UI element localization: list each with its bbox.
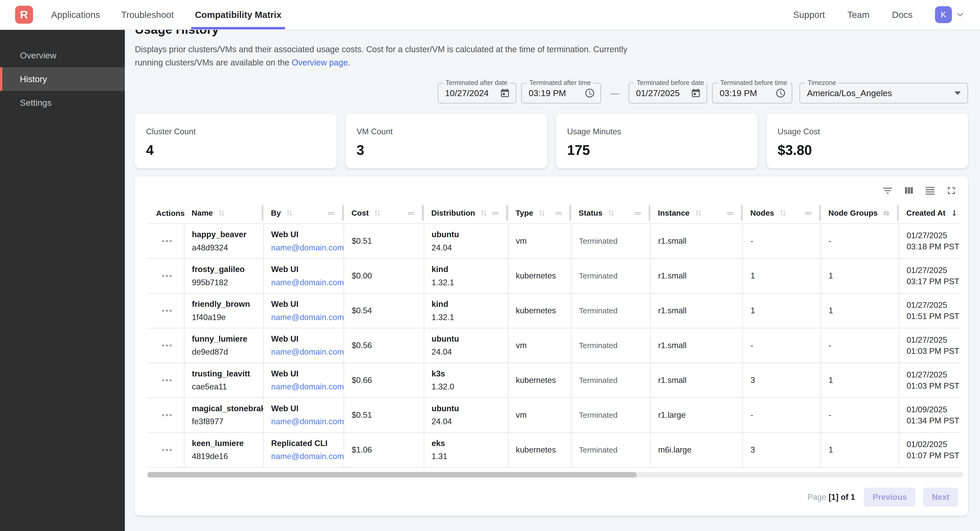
column-resize-divider[interactable]	[649, 205, 651, 221]
clock-icon[interactable]	[775, 88, 786, 98]
tab-compatibility-matrix[interactable]: Compatibility Matrix	[195, 0, 282, 29]
nav-link-docs[interactable]: Docs	[892, 10, 913, 20]
sort-icon[interactable]	[778, 208, 788, 218]
column-header-cost[interactable]: Cost	[344, 203, 424, 223]
sidebar-item-label: History	[20, 74, 47, 84]
nav-link-support[interactable]: Support	[793, 10, 825, 20]
previous-button[interactable]: Previous	[864, 488, 915, 507]
dropdown-arrow-icon[interactable]	[955, 92, 961, 95]
sort-icon[interactable]	[217, 208, 226, 218]
tab-applications[interactable]: Applications	[51, 0, 100, 29]
column-drag-handle[interactable]	[554, 208, 563, 218]
sort-icon[interactable]	[285, 208, 294, 218]
nodes-cell: -	[743, 328, 821, 363]
distribution-name: eks	[431, 438, 503, 449]
overview-page-link[interactable]: Overview page	[292, 58, 348, 67]
chevron-down-icon[interactable]	[955, 9, 966, 20]
filter-field-terminated-before-time[interactable]: Terminated before time 03:19 PM	[712, 83, 792, 103]
column-resize-divider[interactable]	[422, 205, 424, 221]
sort-desc-icon[interactable]	[950, 208, 959, 218]
sort-icon[interactable]	[694, 208, 703, 218]
column-drag-handle[interactable]	[725, 208, 735, 218]
column-resize-divider[interactable]	[741, 205, 743, 221]
filter-field-terminated-after-time[interactable]: Terminated after time 03:19 PM	[521, 83, 601, 103]
sort-icon[interactable]	[606, 208, 616, 218]
avatar[interactable]: K	[935, 6, 952, 23]
created-by-email-link[interactable]: name@domain.com	[271, 416, 339, 427]
created-by-source: Web UI	[271, 264, 339, 275]
account-menu[interactable]: K	[935, 6, 966, 23]
row-actions-button[interactable]	[155, 445, 179, 455]
column-header-node-groups[interactable]: Node Groups	[821, 203, 899, 223]
filter-icon[interactable]	[878, 181, 897, 200]
column-header-created-at[interactable]: Created At	[899, 203, 960, 223]
created-by-source: Web UI	[271, 403, 339, 414]
nodes-cell: 3	[743, 363, 821, 398]
column-header-distribution[interactable]: Distribution	[424, 203, 508, 223]
column-resize-divider[interactable]	[819, 205, 821, 221]
column-header-name[interactable]: Name	[184, 203, 264, 223]
calendar-icon[interactable]	[690, 88, 701, 98]
density-icon[interactable]	[921, 181, 939, 200]
column-drag-handle[interactable]	[490, 208, 500, 218]
row-actions-button[interactable]	[155, 410, 179, 420]
filter-field-terminated-after-date[interactable]: Terminated after date 10/27/2024	[438, 83, 516, 103]
by-cell: Web UI name@domain.com	[264, 223, 344, 258]
row-actions-button[interactable]	[155, 341, 179, 350]
sidebar-item-overview[interactable]: Overview	[0, 44, 125, 67]
type-cell: kubernetes	[508, 433, 571, 468]
replicated-logo[interactable]: R	[15, 6, 33, 24]
columns-icon[interactable]	[899, 181, 918, 200]
sort-icon[interactable]	[537, 208, 547, 218]
sort-icon[interactable]	[373, 208, 382, 218]
row-actions-button[interactable]	[155, 271, 179, 281]
tab-troubleshoot[interactable]: Troubleshoot	[121, 0, 174, 29]
created-date: 01/09/2025	[907, 404, 955, 415]
column-header-nodes[interactable]: Nodes	[743, 203, 821, 223]
column-resize-divider[interactable]	[506, 205, 508, 221]
column-header-status[interactable]: Status	[571, 203, 651, 223]
tab-label: Compatibility Matrix	[195, 10, 282, 20]
created-by-email-link[interactable]: name@domain.com	[271, 242, 339, 253]
column-header-type[interactable]: Type	[508, 203, 571, 223]
clock-icon[interactable]	[584, 88, 595, 98]
horizontal-scrollbar-thumb[interactable]	[147, 472, 637, 478]
calendar-icon[interactable]	[500, 88, 510, 98]
nav-link-team[interactable]: Team	[847, 10, 869, 20]
by-cell: Web UI name@domain.com	[264, 293, 344, 328]
created-time: 01:34 PM PST	[907, 415, 955, 426]
created-by-email-link[interactable]: name@domain.com	[271, 346, 339, 357]
row-actions-button[interactable]	[155, 376, 179, 385]
created-by-email-link[interactable]: name@domain.com	[271, 312, 339, 323]
row-actions-button[interactable]	[155, 306, 179, 315]
column-drag-handle[interactable]	[406, 208, 415, 218]
row-actions-button[interactable]	[155, 236, 179, 246]
column-header-by[interactable]: By	[264, 203, 344, 223]
column-drag-handle[interactable]	[633, 208, 643, 218]
next-button[interactable]: Next	[923, 488, 958, 507]
sidebar-item-settings[interactable]: Settings	[0, 91, 125, 114]
sidebar-item-history[interactable]: History	[0, 67, 125, 91]
column-resize-divider[interactable]	[262, 205, 264, 221]
column-drag-handle[interactable]	[881, 208, 891, 218]
created-by-email-link[interactable]: name@domain.com	[271, 277, 339, 288]
column-resize-divider[interactable]	[897, 205, 899, 221]
column-header-label: Name	[192, 209, 213, 217]
column-header-actions[interactable]: Actions	[147, 203, 184, 223]
column-drag-handle[interactable]	[326, 208, 336, 218]
tab-label: Troubleshoot	[121, 10, 174, 20]
sort-icon[interactable]	[479, 208, 488, 218]
created-by-email-link[interactable]: name@domain.com	[271, 451, 339, 462]
column-header-instance[interactable]: Instance	[651, 203, 743, 223]
column-resize-divider[interactable]	[342, 205, 344, 221]
range-separator: —	[611, 88, 619, 98]
created-by-email-link[interactable]: name@domain.com	[271, 381, 339, 392]
fullscreen-icon[interactable]	[942, 181, 961, 200]
timezone-select[interactable]: Timezone America/Los_Angeles	[800, 83, 968, 103]
column-drag-handle[interactable]	[803, 208, 813, 218]
column-resize-divider[interactable]	[570, 205, 571, 221]
column-header-label: Instance	[658, 209, 690, 217]
node-groups-cell: 1	[821, 293, 899, 328]
filter-field-terminated-before-date[interactable]: Terminated before date 01/27/2025	[628, 83, 707, 103]
cost-cell: $0.51	[344, 223, 424, 258]
